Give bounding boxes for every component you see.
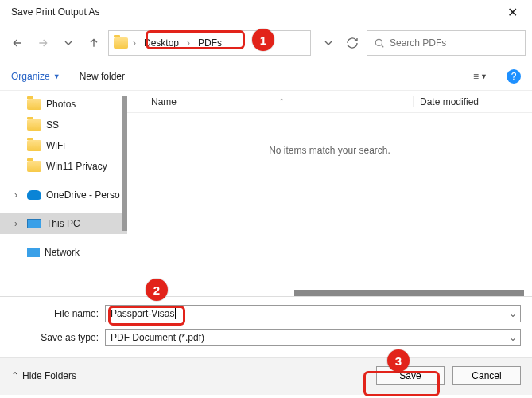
organize-menu[interactable]: Organize ▼ <box>11 71 60 82</box>
expand-icon[interactable]: › <box>14 189 22 201</box>
search-box[interactable] <box>367 30 526 56</box>
address-bar[interactable]: › Desktop › PDFs <box>108 30 311 56</box>
scrollbar[interactable] <box>294 290 524 296</box>
tree-item-wifi[interactable]: WiFi <box>0 135 127 156</box>
filename-field[interactable]: Passport-Visas⌄ <box>105 305 521 322</box>
title-bar: Save Print Output As ✕ <box>0 0 532 24</box>
toolbar: Organize ▼ New folder ≡ ▼ ? <box>0 62 532 91</box>
chevron-down-icon: ▼ <box>480 72 487 80</box>
chevron-down-icon[interactable]: ⌄ <box>509 332 517 343</box>
folder-icon <box>27 140 41 151</box>
list-icon: ≡ <box>473 71 479 82</box>
chevron-up-icon: ⌃ <box>11 370 19 381</box>
tree-item-win11[interactable]: Win11 Privacy <box>0 156 127 177</box>
help-icon[interactable]: ? <box>507 69 521 84</box>
sort-asc-icon: ⌃ <box>278 97 285 106</box>
footer: ⌃ Hide Folders Save Cancel <box>0 357 532 395</box>
breadcrumb-pdfs[interactable]: PDFs <box>195 36 225 50</box>
saveastype-field[interactable]: PDF Document (*.pdf)⌄ <box>105 329 521 346</box>
folder-icon <box>27 119 41 131</box>
annotation-callout-3: 3 <box>387 349 410 372</box>
column-name[interactable]: Name⌃ <box>151 96 413 107</box>
hide-folders-toggle[interactable]: ⌃ Hide Folders <box>11 370 76 381</box>
text-cursor <box>175 308 176 319</box>
refresh-button[interactable] <box>341 32 363 54</box>
back-button[interactable] <box>6 32 29 54</box>
annotation-callout-1: 1 <box>252 29 274 51</box>
folder-icon <box>114 37 128 49</box>
monitor-icon <box>27 219 41 228</box>
cloud-icon <box>27 190 41 200</box>
chevron-down-icon[interactable]: ⌄ <box>509 308 517 319</box>
tree-item-network[interactable]: ›Network <box>0 242 127 263</box>
annotation-callout-2: 2 <box>146 279 168 301</box>
chevron-right-icon: › <box>133 37 136 49</box>
tree-item-photos[interactable]: Photos <box>0 94 127 115</box>
folder-icon <box>27 99 41 110</box>
view-menu[interactable]: ≡ ▼ <box>473 71 487 82</box>
chevron-right-icon: › <box>187 37 190 49</box>
save-button[interactable]: Save <box>376 366 445 385</box>
breadcrumb-desktop[interactable]: Desktop <box>141 36 182 50</box>
chevron-down-icon: ▼ <box>53 72 60 80</box>
svg-point-0 <box>375 39 382 45</box>
saveastype-label: Save as type: <box>11 332 99 343</box>
tree-item-ss[interactable]: SS <box>0 115 127 135</box>
filename-label: File name: <box>11 308 99 319</box>
forward-button[interactable] <box>32 32 54 54</box>
column-date[interactable]: Date modified <box>413 96 532 107</box>
tree-item-onedrive[interactable]: ›OneDrive - Perso <box>0 185 127 205</box>
form-area: File name: Passport-Visas⌄ Save as type:… <box>0 296 532 357</box>
file-list: Name⌃ Date modified No items match your … <box>127 91 532 296</box>
nav-tree: Photos SS WiFi Win11 Privacy ›OneDrive -… <box>0 91 127 296</box>
network-icon <box>27 248 40 257</box>
recent-dropdown[interactable] <box>57 32 80 54</box>
folder-icon <box>27 161 41 172</box>
new-folder-button[interactable]: New folder <box>80 71 125 82</box>
up-button[interactable] <box>83 32 105 54</box>
address-dropdown[interactable] <box>317 32 340 54</box>
window-title: Save Print Output As <box>11 6 99 18</box>
expand-icon[interactable]: › <box>14 218 22 229</box>
search-icon <box>374 37 385 49</box>
tree-item-thispc[interactable]: ›This PC <box>0 213 127 234</box>
search-input[interactable] <box>390 37 518 49</box>
cancel-button[interactable]: Cancel <box>452 366 521 385</box>
close-icon[interactable]: ✕ <box>501 2 524 23</box>
empty-message: No items match your search. <box>127 113 532 156</box>
